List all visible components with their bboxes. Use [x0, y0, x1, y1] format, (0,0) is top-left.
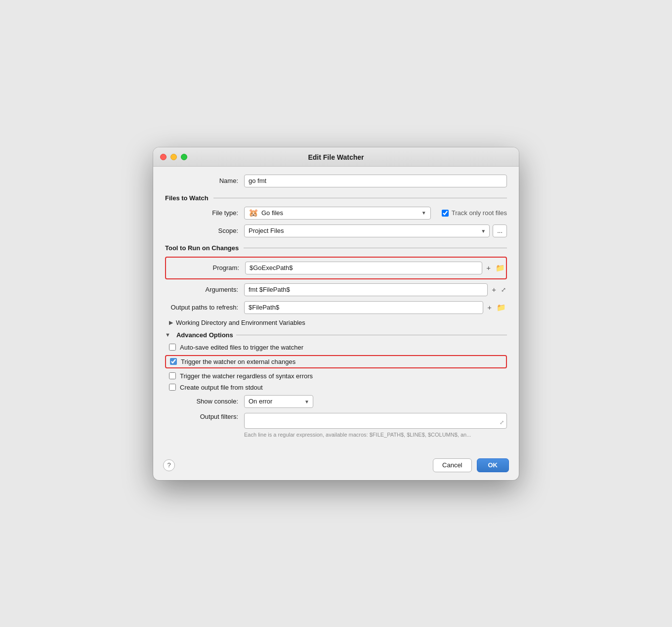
- show-console-select-wrapper: Always On error Never ▼: [244, 395, 313, 408]
- name-row: Name:: [165, 175, 507, 187]
- edit-file-watcher-dialog: Edit File Watcher Name: Files to Watch F…: [153, 147, 519, 480]
- program-folder-icon[interactable]: 📁: [495, 263, 506, 273]
- program-label: Program:: [166, 264, 245, 271]
- ok-button[interactable]: OK: [477, 458, 509, 472]
- files-to-watch-section: Files to Watch File type: 🐹 Go files ▼ T…: [165, 194, 507, 237]
- scope-controls: Project Files Project Production Files O…: [244, 224, 507, 237]
- output-paths-add-icon[interactable]: +: [486, 302, 493, 313]
- working-dir-collapse-arrow[interactable]: ▶: [169, 319, 173, 326]
- working-dir-row: ▶ Working Directory and Environment Vari…: [165, 319, 507, 326]
- scope-select[interactable]: Project Files Project Production Files O…: [244, 224, 490, 237]
- create-output-label: Create output file from stdout: [180, 384, 263, 391]
- cancel-button[interactable]: Cancel: [433, 458, 471, 472]
- working-dir-label[interactable]: Working Directory and Environment Variab…: [176, 319, 305, 326]
- output-filters-label: Output filters:: [165, 413, 244, 420]
- show-console-label: Show console:: [165, 398, 244, 405]
- program-row: Program: + 📁: [166, 262, 506, 274]
- arguments-expand-icon[interactable]: ⤢: [500, 285, 507, 294]
- filetype-dropdown[interactable]: 🐹 Go files ▼: [244, 207, 431, 220]
- dialog-content: Name: Files to Watch File type: 🐹 Go fil…: [153, 167, 519, 453]
- filetype-select-wrapper: 🐹 Go files ▼ Track only root files: [244, 207, 507, 220]
- tool-section-header: Tool to Run on Changes: [165, 244, 507, 252]
- go-icon: 🐹: [249, 208, 258, 218]
- dialog-title: Edit File Watcher: [161, 153, 511, 161]
- track-root-label: Track only root files: [452, 209, 507, 217]
- arguments-input[interactable]: [244, 283, 488, 296]
- track-root-checkbox[interactable]: [442, 210, 449, 217]
- create-output-checkbox[interactable]: [169, 384, 176, 391]
- track-root-container: Track only root files: [442, 209, 507, 217]
- scope-row: Scope: Project Files Project Production …: [165, 224, 507, 237]
- arguments-row: Arguments: + ⤢: [165, 283, 507, 296]
- close-button[interactable]: [160, 154, 167, 160]
- create-output-row: Create output file from stdout: [165, 384, 507, 391]
- output-paths-folder-icon[interactable]: 📁: [496, 302, 507, 313]
- advanced-options-header: ▼ Advanced Options: [165, 331, 507, 339]
- trigger-external-row-highlighted: Trigger the watcher on external changes: [165, 355, 507, 368]
- filetype-value: Go files: [261, 209, 420, 217]
- show-console-row: Show console: Always On error Never ▼: [165, 395, 507, 408]
- trigger-syntax-checkbox[interactable]: [169, 372, 176, 379]
- program-add-icon[interactable]: +: [485, 263, 492, 273]
- auto-save-row: Auto-save edited files to trigger the wa…: [165, 344, 507, 351]
- auto-save-checkbox[interactable]: [169, 344, 176, 351]
- program-row-highlighted: Program: + 📁: [165, 257, 507, 279]
- tool-section: Tool to Run on Changes Program: + 📁 Argu…: [165, 244, 507, 326]
- output-filters-row: Output filters: ⤢: [165, 413, 507, 429]
- output-paths-label: Output paths to refresh:: [165, 304, 244, 311]
- output-filters-input[interactable]: [244, 413, 507, 429]
- scope-label: Scope:: [165, 227, 244, 234]
- scope-ellipsis-button[interactable]: ...: [493, 224, 507, 237]
- advanced-options-label: Advanced Options: [176, 331, 233, 339]
- arguments-field-actions: + ⤢: [244, 283, 507, 296]
- output-filters-wrapper: ⤢: [244, 413, 507, 429]
- file-type-row: File type: 🐹 Go files ▼ Track only root …: [165, 207, 507, 220]
- trigger-syntax-label: Trigger the watcher regardless of syntax…: [180, 372, 313, 380]
- trigger-syntax-row: Trigger the watcher regardless of syntax…: [165, 372, 507, 380]
- advanced-collapse-arrow[interactable]: ▼: [165, 332, 170, 338]
- name-input[interactable]: [244, 175, 507, 187]
- arguments-add-icon[interactable]: +: [491, 284, 497, 295]
- arguments-label: Arguments:: [165, 286, 244, 293]
- show-console-select[interactable]: Always On error Never: [244, 395, 313, 408]
- traffic-lights: [160, 154, 187, 160]
- output-paths-field-actions: + 📁: [244, 301, 507, 314]
- files-to-watch-header: Files to Watch: [165, 194, 507, 202]
- filetype-dropdown-arrow: ▼: [421, 210, 426, 216]
- maximize-button[interactable]: [181, 154, 187, 160]
- program-field-actions: + 📁: [245, 262, 506, 274]
- program-input[interactable]: [245, 262, 482, 274]
- trigger-external-checkbox[interactable]: [170, 358, 177, 365]
- minimize-button[interactable]: [170, 154, 177, 160]
- output-paths-row: Output paths to refresh: + 📁: [165, 301, 507, 314]
- title-bar: Edit File Watcher: [153, 147, 519, 167]
- auto-save-label: Auto-save edited files to trigger the wa…: [180, 344, 303, 351]
- output-filters-hint: Each line is a regular expression, avail…: [165, 432, 507, 438]
- help-button[interactable]: ?: [163, 459, 175, 471]
- scope-select-wrapper: Project Files Project Production Files O…: [244, 224, 490, 237]
- trigger-external-label: Trigger the watcher on external changes: [181, 358, 295, 365]
- output-paths-input[interactable]: [244, 301, 483, 314]
- dialog-footer: ? Cancel OK: [153, 453, 519, 480]
- name-label: Name:: [165, 177, 244, 184]
- file-type-label: File type:: [165, 209, 244, 217]
- advanced-options-section: ▼ Advanced Options Auto-save edited file…: [165, 331, 507, 438]
